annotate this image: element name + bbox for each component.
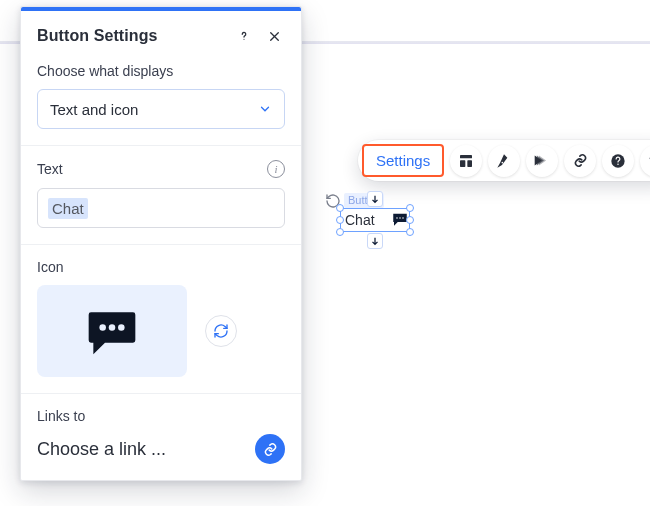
toolbar-link-button[interactable] — [564, 145, 596, 177]
panel-header: Button Settings — [21, 11, 301, 59]
toolbar-layout-button[interactable] — [450, 145, 482, 177]
links-label: Links to — [37, 408, 285, 424]
link-icon — [263, 442, 278, 457]
links-value[interactable]: Choose a link ... — [37, 439, 255, 460]
text-label: Text — [37, 161, 63, 177]
help-button[interactable] — [233, 25, 255, 47]
chevron-down-icon — [258, 102, 272, 116]
section-display: Choose what displays Text and icon — [21, 59, 301, 145]
chat-bubble-icon — [79, 303, 145, 359]
section-icon: Icon — [21, 244, 301, 393]
link-icon — [573, 153, 588, 168]
help-icon — [237, 29, 251, 43]
element-text: Chat — [345, 212, 391, 228]
toolbar-more-button[interactable] — [640, 145, 650, 177]
resize-handle-ml[interactable] — [336, 216, 344, 224]
info-icon: i — [274, 163, 277, 175]
svg-point-1 — [99, 324, 106, 331]
section-links: Links to Choose a link ... — [21, 393, 301, 480]
svg-point-2 — [109, 324, 116, 331]
resize-handle-br[interactable] — [406, 228, 414, 236]
toolbar-help-button[interactable] — [602, 145, 634, 177]
help-filled-icon — [610, 153, 626, 169]
svg-point-13 — [399, 217, 401, 219]
refresh-icon — [213, 323, 229, 339]
choose-link-button[interactable] — [255, 434, 285, 464]
canvas-selected-element[interactable]: Button Chat — [340, 190, 410, 232]
toolbar-animation-button[interactable] — [526, 145, 558, 177]
toolbar-settings-button[interactable]: Settings — [362, 144, 444, 177]
text-input-value: Chat — [48, 198, 88, 219]
svg-point-14 — [402, 217, 404, 219]
display-select-value: Text and icon — [50, 101, 258, 118]
close-button[interactable] — [263, 25, 285, 47]
button-settings-panel: Button Settings Choose what displays Tex… — [20, 6, 302, 481]
resize-handle-tr[interactable] — [406, 204, 414, 212]
toolbar-design-button[interactable] — [488, 145, 520, 177]
svg-point-12 — [396, 217, 398, 219]
svg-point-0 — [243, 39, 244, 40]
panel-title: Button Settings — [37, 27, 233, 45]
section-text: Text i Chat — [21, 145, 301, 244]
display-label: Choose what displays — [37, 63, 285, 79]
resize-handle-bl[interactable] — [336, 228, 344, 236]
resize-handle-tl[interactable] — [336, 204, 344, 212]
svg-point-3 — [118, 324, 125, 331]
replace-icon-button[interactable] — [205, 315, 237, 347]
arrow-down-icon — [370, 194, 380, 204]
spacing-handle-top[interactable] — [367, 191, 383, 207]
arrow-down-icon — [370, 236, 380, 246]
text-info-button[interactable]: i — [267, 160, 285, 178]
close-icon — [268, 30, 281, 43]
svg-rect-5 — [460, 160, 465, 167]
element-bounding-box[interactable]: Chat — [340, 208, 410, 232]
layout-icon — [458, 153, 474, 169]
icon-preview[interactable] — [37, 285, 187, 377]
resize-handle-mr[interactable] — [406, 216, 414, 224]
svg-rect-4 — [460, 155, 472, 158]
spacing-handle-bottom[interactable] — [367, 233, 383, 249]
text-input[interactable]: Chat — [37, 188, 285, 228]
pen-nib-icon — [496, 153, 512, 169]
display-select[interactable]: Text and icon — [37, 89, 285, 129]
animation-icon — [534, 152, 551, 169]
svg-point-9 — [617, 163, 618, 164]
svg-point-7 — [502, 161, 504, 163]
icon-label: Icon — [37, 259, 285, 275]
svg-rect-6 — [468, 160, 473, 167]
element-toolbar: Settings — [358, 140, 650, 181]
